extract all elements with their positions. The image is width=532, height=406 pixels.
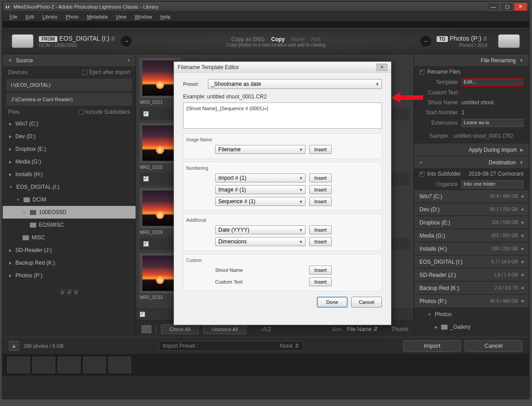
dest-folder-photos[interactable]: ▼Photos	[414, 308, 529, 321]
cancel-button[interactable]: Cancel	[351, 297, 382, 308]
rename-files-label: Rename Files	[427, 69, 461, 75]
thumb-checkbox[interactable]	[143, 111, 149, 117]
import-number-select[interactable]: Import # (1)	[215, 173, 306, 182]
insert-button[interactable]: Insert	[309, 237, 332, 246]
dest-drive-item[interactable]: Dropbox (E:)106 / 500 GB◀	[414, 216, 529, 229]
insert-button[interactable]: Insert	[309, 225, 332, 234]
shoot-name-value[interactable]: untitled shoot	[461, 99, 523, 106]
dest-drive-item[interactable]: Photos (P:)66.0 / 466 GB◀	[414, 295, 529, 308]
folder-dcim[interactable]: ▼DCIM	[3, 193, 136, 206]
dest-drive-item[interactable]: Media (G:)425 / 863 GB◀	[414, 229, 529, 242]
drive-item[interactable]: ▶Backup Red (K:)	[3, 257, 136, 269]
add-source-icon[interactable]: +	[127, 57, 130, 64]
eject-checkbox[interactable]	[82, 70, 87, 75]
folder-selected[interactable]: ▷100EOS5D	[3, 206, 136, 219]
folder-misc[interactable]: MISC	[3, 231, 136, 244]
menu-photo[interactable]: Photo	[61, 14, 83, 19]
into-subfolder-checkbox[interactable]	[419, 172, 424, 177]
filmstrip-thumb[interactable]	[7, 357, 30, 373]
image-number-select[interactable]: Image # (1)	[215, 185, 306, 194]
minimize-button[interactable]: —	[487, 3, 500, 11]
import-header: FROM EOS_DIGITAL (I:) ⇵ DCIM \ 100EOS5D …	[3, 28, 529, 54]
filmstrip-thumb[interactable]	[108, 357, 131, 373]
insert-button[interactable]: Insert	[309, 266, 332, 275]
rename-files-checkbox[interactable]	[419, 70, 424, 75]
menu-window[interactable]: Window	[131, 14, 156, 19]
dest-drive-item[interactable]: Dev (D:)94.1 / 250 GB◀	[414, 203, 529, 216]
expand-button[interactable]: ▲	[9, 341, 19, 351]
cancel-button[interactable]: Cancel	[465, 340, 523, 352]
dialog-title: Filename Template Editor	[178, 64, 239, 70]
template-token-input[interactable]: {Shoot Name}_{Sequence # (0001)»}	[183, 103, 382, 129]
drive-item[interactable]: ▶Dropbox (E:)	[3, 143, 136, 155]
import-preset-select[interactable]: Import Preset :None⇵	[159, 341, 303, 351]
maximize-button[interactable]: ▢	[500, 3, 513, 11]
check-all-button[interactable]: Check All	[161, 324, 199, 334]
dest-drive-item[interactable]: Installs (H:)188 / 250 GB◀	[414, 243, 529, 255]
source-header[interactable]: ▼Source+	[3, 54, 136, 67]
uncheck-all-button[interactable]: Uncheck All	[203, 324, 246, 334]
insert-button[interactable]: Insert	[309, 173, 332, 182]
file-renaming-header[interactable]: File Renaming▼	[414, 54, 529, 67]
organize-select[interactable]: Into one folder	[461, 180, 523, 188]
filmstrip-thumb[interactable]	[58, 357, 80, 373]
apply-during-import-header[interactable]: Apply During Import▶	[414, 144, 529, 156]
dimensions-select[interactable]: Dimensions	[215, 237, 306, 246]
add-folder-icon[interactable]: +	[419, 159, 423, 166]
dest-folder-gallery[interactable]: ▶_Gallery	[414, 321, 529, 333]
sequence-number-select[interactable]: Sequence # (1)	[215, 197, 306, 206]
sort-value[interactable]: File Name ⇵	[347, 326, 378, 332]
menu-metadata[interactable]: Metadata	[83, 14, 112, 19]
filmstrip-thumb[interactable]	[83, 357, 106, 373]
from-name[interactable]: EOS_DIGITAL (I:)	[59, 35, 109, 42]
to-name[interactable]: Photos (P:)	[450, 35, 481, 42]
filename-select[interactable]: Filename	[215, 145, 306, 154]
thumb-checkbox[interactable]	[143, 176, 149, 182]
menu-library[interactable]: Library	[38, 14, 62, 19]
drive-item[interactable]: ▶Installs (H:)	[3, 168, 136, 181]
dest-drive-item[interactable]: EOS_DIGITAL (I:)5.7 / 14.9 GB◀	[414, 256, 529, 268]
done-button[interactable]: Done	[317, 297, 348, 308]
thumb-checkbox[interactable]	[143, 241, 149, 247]
preset-select[interactable]: _Shootname as date	[208, 79, 382, 89]
insert-button[interactable]: Insert	[309, 145, 332, 154]
drive-item[interactable]: ▶Photos (P:)	[3, 269, 136, 282]
subfolder-value[interactable]: 2019-08-27 Cormorant	[469, 171, 523, 177]
drive-item[interactable]: ▶SD-Reader (J:)	[3, 244, 136, 257]
destination-header[interactable]: +Destination▼	[414, 156, 529, 169]
thumb-checkbox[interactable]	[140, 312, 145, 317]
op-copy[interactable]: Copy	[271, 36, 285, 42]
grid-view-button[interactable]	[141, 325, 151, 333]
date-select[interactable]: Date (YYYY)	[215, 225, 306, 234]
sort-az-icon[interactable]: ↕A/Z	[260, 326, 271, 332]
numbering-legend: Numbering	[186, 166, 377, 171]
include-subfolders-checkbox[interactable]	[79, 110, 84, 115]
insert-button[interactable]: Insert	[309, 277, 332, 286]
close-button[interactable]: ✕	[514, 3, 527, 11]
template-select[interactable]: Edit...	[461, 78, 523, 86]
start-number-value[interactable]: 1	[461, 109, 523, 116]
dest-drive-item[interactable]: Backup Red (K:)2.4 / 3.6 TB◀	[414, 282, 529, 294]
folder-eosmisc[interactable]: EOSMISC	[3, 219, 136, 231]
menu-view[interactable]: View	[112, 14, 131, 19]
titlebar: Lr MikeDixonPhoto-2 - Adobe Photoshop Li…	[3, 2, 529, 12]
drive-item[interactable]: ▶Win7 (C:)	[3, 117, 136, 130]
extensions-select[interactable]: Leave as-is	[461, 119, 523, 127]
insert-button[interactable]: Insert	[309, 185, 332, 194]
drive-item[interactable]: ▶Dev (D:)	[3, 130, 136, 143]
dialog-close-button[interactable]: ✕	[377, 64, 387, 71]
insert-button[interactable]: Insert	[309, 197, 332, 206]
device-item[interactable]: I:\(EOS_DIGITAL)	[6, 79, 132, 91]
menu-help[interactable]: Help	[156, 14, 175, 19]
to-badge: TO	[437, 36, 448, 42]
filmstrip-thumb[interactable]	[33, 357, 55, 373]
drive-item-eos[interactable]: ▼EOS_DIGITAL (I:)	[3, 181, 136, 193]
device-item[interactable]: J:\(Camera or Card Reader)	[6, 93, 132, 106]
drive-item[interactable]: ▶Media (G:)	[3, 155, 136, 168]
dest-drive-item[interactable]: Win7 (C:)55.4 / 466 GB◀	[414, 190, 529, 203]
menu-file[interactable]: File	[5, 14, 22, 19]
import-button[interactable]: Import	[403, 340, 461, 352]
dest-drive-item[interactable]: SD-Reader (J:)1.8 / 1.9 GB◀	[414, 269, 529, 281]
op-dng[interactable]: Copy as DNG	[231, 36, 265, 42]
menu-edit[interactable]: Edit	[22, 14, 38, 19]
